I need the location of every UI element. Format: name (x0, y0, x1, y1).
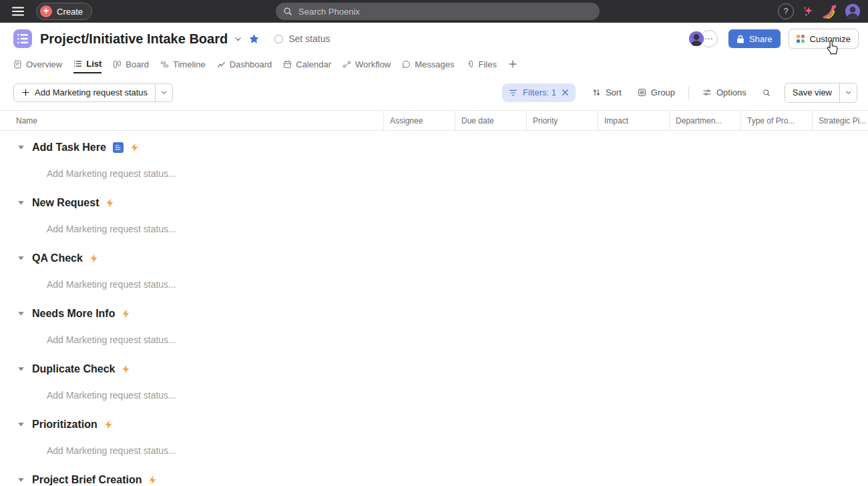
automation-bolt-icon[interactable] (89, 254, 98, 263)
ai-sparkles-button[interactable] (801, 5, 815, 18)
global-search-input[interactable] (297, 6, 592, 17)
section-add-task-here: Add Task Here Add Marketing request stat… (0, 131, 868, 186)
chevron-down-icon (845, 89, 852, 96)
automation-bolt-icon[interactable] (130, 143, 139, 152)
save-view-dropdown-button[interactable] (839, 83, 857, 102)
add-task-row[interactable]: Add Marketing request status... (0, 442, 868, 459)
avatar-image (845, 4, 860, 19)
tab-dashboard[interactable]: Dashboard (217, 55, 272, 73)
messages-icon (402, 60, 411, 69)
section-title[interactable]: New Request (32, 197, 99, 209)
add-task-row[interactable]: Add Marketing request status... (0, 276, 868, 293)
section-title[interactable]: Needs More Info (32, 308, 115, 320)
column-header-name[interactable]: Name (0, 111, 383, 130)
user-avatar[interactable] (845, 4, 860, 19)
group-button[interactable]: Group (632, 83, 681, 102)
search-tasks-button[interactable] (756, 83, 777, 102)
column-header-type-of-project[interactable]: Type of Pro... (740, 111, 812, 130)
collapse-caret-icon[interactable] (16, 367, 25, 372)
set-status-button[interactable]: Set status (274, 33, 330, 44)
section-title[interactable]: Prioritization (32, 419, 97, 431)
section-project-brief-creation: Project Brief Creation Add Marketing req… (0, 463, 868, 486)
collapse-caret-icon[interactable] (16, 422, 25, 427)
add-status-split-button: Add Marketing request status (13, 83, 173, 102)
tab-label: Overview (26, 59, 62, 69)
search-icon (763, 88, 771, 97)
tab-board[interactable]: Board (113, 55, 149, 73)
section-header: Add Task Here (0, 139, 868, 156)
add-status-dropdown-button[interactable] (155, 84, 172, 101)
group-icon (638, 88, 646, 97)
tab-workflow[interactable]: Workflow (343, 55, 391, 73)
tab-files[interactable]: Files (466, 55, 497, 73)
board-icon (113, 60, 122, 69)
project-brief-doc-icon[interactable] (113, 142, 124, 153)
collapse-caret-icon[interactable] (16, 200, 25, 206)
tab-list[interactable]: List (73, 55, 101, 73)
tab-label: List (86, 59, 101, 69)
global-search[interactable] (276, 3, 600, 20)
plus-icon (508, 59, 517, 69)
group-label: Group (651, 87, 675, 97)
topbar: + Create ? (0, 0, 868, 23)
add-task-row[interactable]: Add Marketing request status... (0, 220, 868, 238)
hamburger-icon (12, 7, 24, 16)
add-tab-button[interactable] (508, 55, 517, 73)
more-members-label: ··· (704, 35, 714, 43)
share-button[interactable]: Share (728, 29, 781, 48)
filters-pill[interactable]: Filters: 1 (502, 83, 576, 102)
help-button[interactable]: ? (778, 3, 794, 19)
section-prioritization: Prioritization Add Marketing request sta… (0, 408, 868, 463)
tab-label: Workflow (355, 59, 391, 69)
tab-timeline[interactable]: Timeline (160, 55, 206, 73)
automation-bolt-icon[interactable] (122, 309, 130, 318)
section-title[interactable]: Add Task Here (32, 142, 106, 154)
create-button[interactable]: + Create (36, 3, 92, 20)
task-list: Add Task Here Add Marketing request stat… (0, 131, 868, 486)
tab-label: Files (479, 59, 497, 69)
clear-filter-icon[interactable] (562, 89, 569, 96)
project-icon (13, 29, 32, 48)
tab-messages[interactable]: Messages (402, 55, 454, 73)
collapse-caret-icon[interactable] (16, 145, 25, 150)
automation-bolt-icon[interactable] (104, 420, 113, 429)
section-new-request: New Request Add Marketing request status… (0, 186, 868, 242)
section-header: New Request (0, 194, 868, 212)
help-label: ? (784, 7, 789, 16)
add-task-row[interactable]: Add Marketing request status... (0, 331, 868, 348)
member-avatar[interactable] (688, 30, 705, 47)
options-label: Options (716, 87, 746, 97)
project-menu-chevron-button[interactable] (234, 35, 242, 43)
favorite-star-button[interactable] (248, 33, 260, 45)
add-status-button[interactable]: Add Marketing request status (14, 84, 155, 101)
options-icon (702, 88, 712, 97)
tab-calendar[interactable]: Calendar (283, 55, 331, 73)
dashboard-icon (217, 60, 226, 69)
sort-button[interactable]: Sort (586, 83, 628, 102)
column-header-assignee[interactable]: Assignee (383, 111, 455, 130)
plus-icon (21, 88, 30, 97)
tab-overview[interactable]: Overview (13, 55, 62, 73)
hamburger-menu-button[interactable] (9, 3, 27, 20)
add-task-row[interactable]: Add Marketing request status... (0, 387, 868, 404)
section-title[interactable]: Duplicate Check (32, 363, 115, 375)
column-header-due-date[interactable]: Due date (455, 111, 526, 130)
automation-bolt-icon[interactable] (105, 198, 114, 208)
column-header-department[interactable]: Departmen... (669, 111, 740, 130)
tab-label: Messages (415, 59, 454, 69)
column-header-strategic-pillar[interactable]: Strategic Pi... (812, 111, 868, 130)
save-view-button[interactable]: Save view (785, 83, 839, 102)
options-button[interactable]: Options (696, 83, 752, 102)
section-title[interactable]: QA Check (32, 252, 83, 264)
column-header-priority[interactable]: Priority (526, 111, 598, 130)
automation-bolt-icon[interactable] (148, 475, 157, 485)
project-header: Project/Initiative Intake Board Set stat… (0, 23, 868, 55)
add-task-row[interactable]: Add Marketing request status... (0, 165, 868, 182)
collapse-caret-icon[interactable] (16, 311, 25, 316)
column-header-impact[interactable]: Impact (598, 111, 669, 130)
customize-button[interactable]: Customize (789, 29, 859, 49)
automation-bolt-icon[interactable] (122, 364, 130, 374)
collapse-caret-icon[interactable] (16, 256, 25, 261)
section-title[interactable]: Project Brief Creation (32, 474, 142, 486)
collapse-caret-icon[interactable] (16, 477, 25, 483)
